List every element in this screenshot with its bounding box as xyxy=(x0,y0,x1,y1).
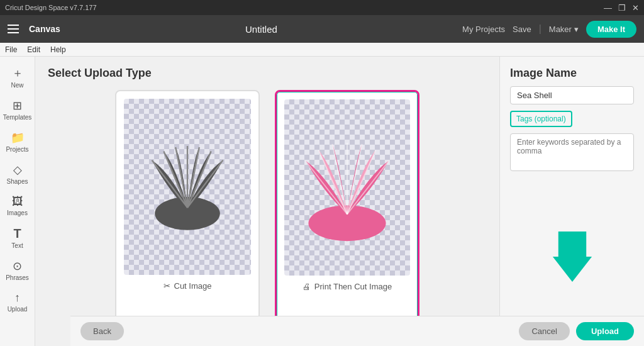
page-title: Select Upload Type xyxy=(48,67,487,80)
print-cut-label: 🖨 Print Then Cut Image xyxy=(303,282,392,291)
sidebar-label-projects: Projects xyxy=(6,146,28,153)
sidebar-label-text: Text xyxy=(11,242,23,249)
sidebar-item-phrases[interactable]: ⊙ Phrases xyxy=(2,255,33,285)
sidebar-label-phrases: Phrases xyxy=(6,274,29,281)
help-menu[interactable]: Help xyxy=(50,45,66,54)
nav-separator: | xyxy=(539,23,541,35)
sidebar-item-new[interactable]: ＋ New xyxy=(2,62,33,92)
tags-label[interactable]: Tags (optional) xyxy=(510,111,572,127)
sidebar-item-templates[interactable]: ⊞ Templates xyxy=(2,95,33,125)
navbar-right: My Projects Save | Maker ▾ Make It xyxy=(462,21,636,38)
sidebar-item-text[interactable]: T Text xyxy=(2,223,33,253)
minimize-btn[interactable]: — xyxy=(604,4,612,12)
image-name-input[interactable] xyxy=(510,86,634,104)
sidebar: ＋ New ⊞ Templates 📁 Projects ◇ Shapes 🖼 … xyxy=(0,57,35,346)
chevron-down-icon: ▾ xyxy=(574,25,579,34)
cut-shell-svg xyxy=(134,137,241,237)
print-cut-preview xyxy=(284,99,410,276)
app-brand: Canvas xyxy=(29,24,60,34)
my-projects-link[interactable]: My Projects xyxy=(462,25,505,34)
cut-image-preview xyxy=(124,99,251,275)
tags-textarea[interactable] xyxy=(510,133,634,171)
close-btn[interactable]: ✕ xyxy=(632,4,639,12)
cut-image-label: ✂ Cut Image xyxy=(164,281,212,291)
content-area: Select Upload Type xyxy=(35,57,499,346)
sidebar-item-upload[interactable]: ↑ Upload xyxy=(2,287,33,316)
upload-button[interactable]: Upload xyxy=(576,322,634,340)
maker-selector[interactable]: Maker ▾ xyxy=(549,25,579,34)
sidebar-label-upload: Upload xyxy=(8,306,28,313)
print-cut-card[interactable]: 🖨 Print Then Cut Image xyxy=(275,90,419,336)
templates-icon: ⊞ xyxy=(13,99,22,113)
sidebar-label-shapes: Shapes xyxy=(7,178,28,185)
navbar: Canvas Untitled My Projects Save | Maker… xyxy=(0,15,644,43)
document-title: Untitled xyxy=(70,24,452,35)
sidebar-label-templates: Templates xyxy=(3,114,32,121)
app-title: Cricut Design Space v7.7.177 xyxy=(5,4,97,11)
upload-icon: ↑ xyxy=(14,291,20,304)
arrow-container xyxy=(510,177,634,336)
upload-cards: ✂ Cut Image xyxy=(48,90,487,336)
menubar: File Edit Help xyxy=(0,43,644,57)
make-it-button[interactable]: Make It xyxy=(586,21,636,38)
save-link[interactable]: Save xyxy=(513,25,531,34)
main-wrapper: Select Upload Type xyxy=(35,57,644,346)
file-menu[interactable]: File xyxy=(5,45,17,54)
right-panel: Image Name Tags (optional) xyxy=(499,57,644,346)
new-icon: ＋ xyxy=(12,65,23,81)
edit-menu[interactable]: Edit xyxy=(27,45,40,54)
maximize-btn[interactable]: ❐ xyxy=(618,4,626,12)
cancel-button[interactable]: Cancel xyxy=(519,322,569,340)
sidebar-item-shapes[interactable]: ◇ Shapes xyxy=(2,159,33,189)
projects-icon: 📁 xyxy=(11,131,25,145)
back-button[interactable]: Back xyxy=(80,322,124,340)
hamburger-menu[interactable] xyxy=(8,25,19,33)
sidebar-label-images: Images xyxy=(7,209,28,216)
bottom-right-buttons: Cancel Upload xyxy=(519,322,634,340)
scissors-icon: ✂ xyxy=(164,281,170,291)
window-controls[interactable]: — ❐ ✕ xyxy=(604,4,639,12)
sidebar-item-projects[interactable]: 📁 Projects xyxy=(2,127,33,157)
cut-image-card[interactable]: ✂ Cut Image xyxy=(115,90,260,336)
shapes-icon: ◇ xyxy=(13,163,22,177)
down-arrow-icon xyxy=(550,232,594,282)
printer-icon: 🖨 xyxy=(303,282,311,291)
svg-marker-16 xyxy=(552,232,591,282)
sidebar-label-new: New xyxy=(11,82,23,89)
text-icon: T xyxy=(13,226,21,241)
titlebar: Cricut Design Space v7.7.177 — ❐ ✕ xyxy=(0,0,644,15)
images-icon: 🖼 xyxy=(12,195,23,208)
panel-title: Image Name xyxy=(510,67,634,80)
main-layout: ＋ New ⊞ Templates 📁 Projects ◇ Shapes 🖼 … xyxy=(0,57,644,346)
pink-shell-svg xyxy=(287,131,407,244)
phrases-icon: ⊙ xyxy=(13,259,22,273)
bottom-bar: Back Cancel Upload xyxy=(70,316,644,346)
sidebar-item-images[interactable]: 🖼 Images xyxy=(2,191,33,220)
